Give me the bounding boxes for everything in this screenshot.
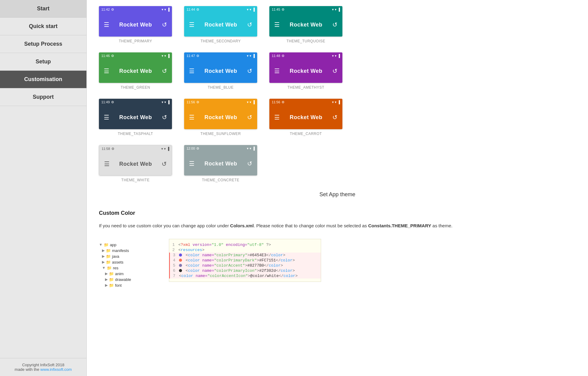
set-app-theme-title: Set App theme xyxy=(99,191,576,198)
main-content: 11:42 ⚙ ▾ ▾ ▐ ☰ Rocket Web ↺ THEME_PRIMA… xyxy=(87,0,588,376)
theme-item-green: 11:46 ⚙ ▾ ▾ ▐ ☰ Rocket Web ↺ THEME_GREEN xyxy=(99,52,172,90)
code-line-1: 1 <?xml version="1.0" encoding="utf-8" ?… xyxy=(169,242,321,247)
code-line-7: 7 <color name="colorAccentIcon">@color/w… xyxy=(169,273,321,278)
theme-item-carrot: 11:56 ⚙ ▾ ▾ ▐ ☰ Rocket Web ↺ THEME_CARRO… xyxy=(269,99,342,136)
sidebar-item-customisation[interactable]: Customisation xyxy=(0,71,86,88)
theme-item-tasphalt: 11:49 ⚙ ▾ ▾ ▐ ☰ Rocket Web ↺ THEME_TASPH… xyxy=(99,99,172,136)
code-line-6: 6 <color name="colorPrimaryIcon">#2f302d… xyxy=(169,268,321,273)
sidebar-footer: Copyright InfixSoft 2018 made with the w… xyxy=(0,358,86,376)
tree-row: ▼ 📁 res xyxy=(99,265,160,271)
theme-item-secondary: 11:44 ⚙ ▾ ▾ ▐ ☰ Rocket Web ↺ THEME_SECON… xyxy=(184,6,257,43)
sidebar-item-support[interactable]: Support xyxy=(0,88,86,106)
theme-item-blue: 11:47 ⚙ ▾ ▾ ▐ ☰ Rocket Web ↺ THEME_BLUE xyxy=(184,52,257,90)
custom-color-heading: Custom Color xyxy=(99,210,576,216)
custom-color-section: Custom Color If you need to use custom c… xyxy=(99,210,576,291)
sidebar: Start Quick start Setup Process Setup Cu… xyxy=(0,0,87,376)
code-line-5: 5 <color name="colorAccent">#8277B0</col… xyxy=(169,263,321,268)
tree-row: ▶ 📁 drawable xyxy=(99,277,160,282)
code-line-3: 3 <color name="colorPrimary">#6454E3</co… xyxy=(169,253,321,258)
theme-grid: 11:42 ⚙ ▾ ▾ ▐ ☰ Rocket Web ↺ THEME_PRIMA… xyxy=(99,6,576,136)
code-line-2: 2 <resources> xyxy=(169,247,321,253)
theme-grid-bottom: 11:58 ⚙ ▾ ▾ ▐ ☰ Rocket Web ↺ THEME_WHITE… xyxy=(99,145,576,182)
code-block: 1 <?xml version="1.0" encoding="utf-8" ?… xyxy=(169,239,321,282)
file-tree: ▼ 📁 app ▶ 📁 manifests ▶ 📁 java ▶ 📁 xyxy=(99,239,160,291)
sidebar-nav: Start Quick start Setup Process Setup Cu… xyxy=(0,0,86,358)
sidebar-item-setup[interactable]: Setup xyxy=(0,53,86,71)
infixsoft-link[interactable]: www.infixsoft.com xyxy=(40,367,72,372)
tree-row: ▼ 📁 app xyxy=(99,242,160,248)
tree-row: ▶ 📁 assets xyxy=(99,259,160,265)
code-line-4: 4 <color name="colorPrimaryDark">#FC7151… xyxy=(169,258,321,263)
theme-item-white: 11:58 ⚙ ▾ ▾ ▐ ☰ Rocket Web ↺ THEME_WHITE xyxy=(99,145,172,182)
tree-row: ▶ 📁 manifests xyxy=(99,248,160,254)
theme-item-turquoise: 11:45 ⚙ ▾ ▾ ▐ ☰ Rocket Web ↺ THEME_TURQU… xyxy=(269,6,342,43)
theme-item-sunflower: 11:56 ⚙ ▾ ▾ ▐ ☰ Rocket Web ↺ THEME_SUNFL… xyxy=(184,99,257,136)
sidebar-item-quickstart[interactable]: Quick start xyxy=(0,18,86,35)
code-section: ▼ 📁 app ▶ 📁 manifests ▶ 📁 java ▶ 📁 xyxy=(99,239,576,291)
sidebar-item-start[interactable]: Start xyxy=(0,0,86,18)
custom-color-description: If you need to use custom color you can … xyxy=(99,222,576,230)
theme-item-primary: 11:42 ⚙ ▾ ▾ ▐ ☰ Rocket Web ↺ THEME_PRIMA… xyxy=(99,6,172,43)
sidebar-item-setupprocess[interactable]: Setup Process xyxy=(0,35,86,53)
tree-row: ▶ 📁 anim xyxy=(99,271,160,277)
theme-item-concrete: 12:00 ⚙ ▾ ▾ ▐ ☰ Rocket Web ↺ THEME_CONCR… xyxy=(184,145,257,182)
theme-item-amethyst: 11:48 ⚙ ▾ ▾ ▐ ☰ Rocket Web ↺ THEME_AMETH… xyxy=(269,52,342,90)
tree-row: ▶ 📁 java xyxy=(99,254,160,259)
tree-row: ▶ 📁 font xyxy=(99,282,160,288)
